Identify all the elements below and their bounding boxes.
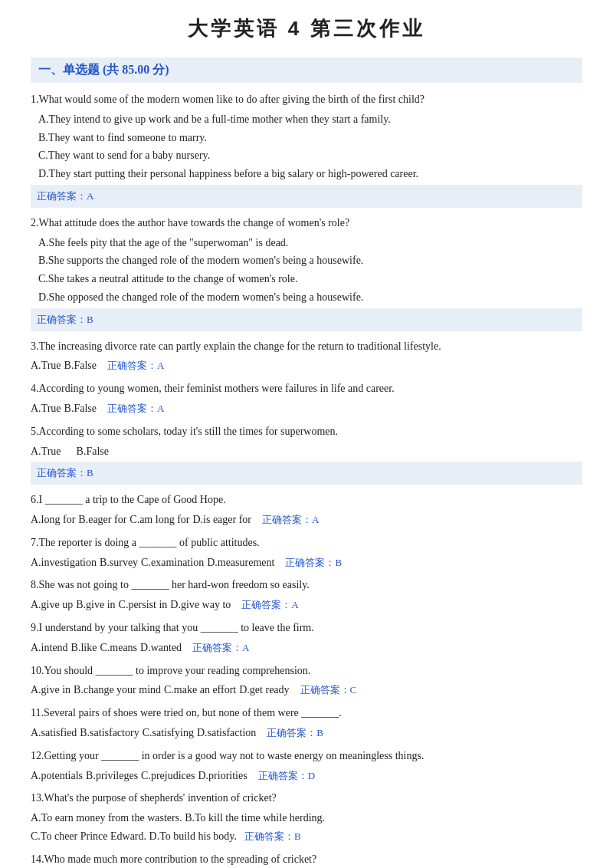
question-block-8: 8.She was not going to _______ her hard-… [31,576,582,614]
question-block-9: 9.I understand by your talking that you … [31,619,582,657]
inline-row-8: A.give up B.give in C.persist in D.give … [31,596,582,614]
question-block-5: 5.According to some scholars, today it's… [31,422,582,485]
question-text-14: 14.Who made much more contribution to th… [31,850,582,868]
question-text-2: 2.What attitude does the author have tow… [31,214,582,232]
question-block-1: 1.What would some of the modern women li… [31,90,582,208]
question-text-11: 11.Several pairs of shoes were tried on,… [31,704,582,722]
question-block-4: 4.According to young women, their femini… [31,380,582,418]
question-block-12: 12.Getting your _______ in order is a go… [31,747,582,785]
section1-header: 一、单选题 (共 85.00 分) [31,58,582,83]
question-block-3: 3.The increasing divorce rate can partly… [31,337,582,376]
question-text-1: 1.What would some of the modern women li… [31,90,582,109]
options-1: A.They intend to give up work and be a f… [38,110,582,183]
inline-row-12: A.potentials B.privileges C.prejudices D… [31,767,582,785]
question-block-10: 10.You should _______ to improve your re… [31,662,582,700]
question-text-8: 8.She was not going to _______ her hard-… [31,576,582,594]
question-text-13: 13.What's the purpose of shepherds' inve… [31,789,582,807]
question-block-11: 11.Several pairs of shoes were tried on,… [31,704,582,742]
question-block-2: 2.What attitude does the author have tow… [31,214,582,331]
answer-line-2: 正确答案：B [31,308,582,331]
inline-row-4: A.True B.False 正确答案：A [31,399,582,418]
inline-row-11: A.satisfied B.satisfactory C.satisfying … [31,724,582,742]
answer-row-5: 正确答案：B [31,462,582,485]
question-block-6: 6.I _______ a trip to the Cape of Good H… [31,491,582,529]
question-text-12: 12.Getting your _______ in order is a go… [31,747,582,765]
question-block-14: 14.Who made much more contribution to th… [31,850,582,868]
question-text-9: 9.I understand by your talking that you … [31,619,582,637]
page-title: 大学英语 4 第三次作业 [31,15,582,42]
inline-row-6: A.long for B.eager for C.am long for D.i… [31,511,582,529]
question-text-5: 5.According to some scholars, today it's… [31,422,582,441]
question-text-10: 10.You should _______ to improve your re… [31,662,582,680]
options-2: A.She feels pity that the age of the "su… [38,234,582,307]
inline-row-10: A.give in B.change your mind C.make an e… [31,681,582,699]
question-text-4: 4.According to young women, their femini… [31,380,582,398]
inline-row-7: A.investigation B.survey C.examination D… [31,554,582,572]
question-block-13: 13.What's the purpose of shepherds' inve… [31,789,582,845]
options-line-5: A.TrueB.False [31,442,582,461]
question-text-3: 3.The increasing divorce rate can partly… [31,337,582,356]
questions-container: 1.What would some of the modern women li… [31,90,582,868]
answer-line-1: 正确答案：A [31,185,582,208]
question-block-7: 7.The reporter is doing a _______ of pub… [31,534,582,572]
question-text-6: 6.I _______ a trip to the Cape of Good H… [31,491,582,509]
inline-row-3: A.True B.False 正确答案：A [31,357,582,375]
inline-row-9: A.intend B.like C.means D.wanted 正确答案：A [31,639,582,657]
question-text-7: 7.The reporter is doing a _______ of pub… [31,534,582,552]
